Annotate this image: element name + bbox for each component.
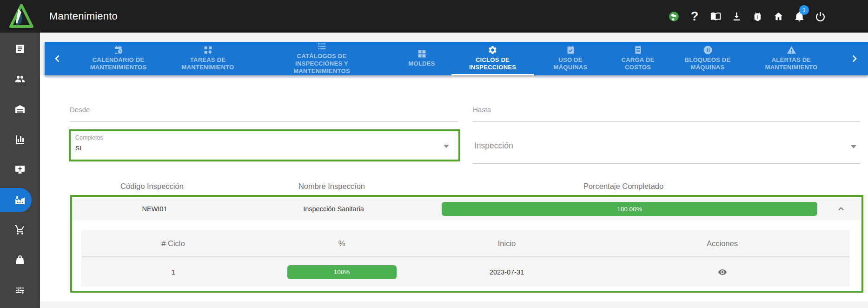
notifications-icon[interactable]: 1: [793, 10, 805, 22]
users-icon: [14, 74, 26, 85]
pause-octagon-icon: [703, 45, 713, 55]
cycle-table-row: 1 100% 2023-07-31: [81, 257, 849, 287]
factory-icon: [14, 194, 26, 206]
eye-icon: [717, 267, 728, 277]
tab-label: MOLDES: [408, 60, 435, 67]
hasta-field-label: Hasta: [473, 106, 491, 114]
cycle-progress-track: 100%: [287, 265, 397, 279]
completos-annotation-box: Completos SI: [69, 129, 460, 161]
tabs-scroll-left-button[interactable]: [45, 42, 71, 75]
cell-inicio: 2023-07-31: [418, 268, 595, 276]
grid-gear-icon: [203, 45, 213, 55]
sidebar-item-users[interactable]: [0, 70, 40, 88]
desde-field-label: Desde: [70, 106, 90, 114]
tab-label: CICLOS DE INSPECCIONES: [463, 56, 523, 71]
header-num-ciclo: # Ciclo: [81, 239, 265, 248]
warehouse-icon: [14, 103, 26, 114]
globe-icon[interactable]: [668, 10, 680, 22]
chevron-left-icon: [53, 54, 62, 63]
tune-icon: [14, 285, 26, 296]
app-window: Mantenimiento ?: [0, 0, 868, 308]
completos-label: Completos: [75, 134, 454, 141]
desde-input[interactable]: [70, 121, 458, 122]
analytics-icon: [14, 134, 26, 145]
chevron-up-icon: [836, 204, 846, 214]
collapse-row-button[interactable]: [821, 204, 861, 214]
cycles-header-row: # Ciclo % Inicio Acciones: [81, 230, 849, 257]
sidebar-item-tune[interactable]: [0, 281, 40, 300]
tab-catalogos-inspecciones[interactable]: CATÁLOGOS DE INSPECCIÓNES Y MANTENIMIENT…: [250, 42, 394, 75]
hasta-input[interactable]: [473, 121, 860, 122]
progress-bar-track: 100.00%: [442, 202, 817, 216]
completos-value: SI: [75, 145, 454, 152]
tab-bloqueos-maquinas[interactable]: BLOQUEOS DE MÁQUINAS: [670, 42, 745, 75]
tab-label: CATÁLOGOS DE INSPECCIÓNES Y MANTENIMIENT…: [286, 53, 358, 75]
machine-monitor-icon: [14, 164, 26, 175]
cell-codigo: NEWI01: [72, 205, 237, 213]
sidebar-item-cart[interactable]: [0, 221, 40, 239]
progress-bar-label: 100.00%: [617, 206, 642, 213]
power-icon[interactable]: [814, 10, 826, 22]
inspeccion-select[interactable]: Inspección: [473, 133, 860, 164]
tabs-scroll-right-button[interactable]: [840, 42, 868, 75]
inspection-table-row[interactable]: NEWI01 Inspección Sanitaria 100.00%: [72, 198, 861, 220]
view-cycle-button[interactable]: [715, 264, 730, 280]
tab-alertas-mantenimiento[interactable]: ALERTAS DE MANTENIMIENTO: [745, 42, 838, 75]
receipt-icon: [633, 45, 643, 55]
sidebar: [0, 33, 40, 308]
header-acciones: Acciones: [595, 239, 849, 248]
header-inicio: Inicio: [418, 239, 595, 248]
book-icon[interactable]: [709, 10, 722, 22]
tab-moldes[interactable]: MOLDES: [394, 42, 450, 75]
completos-select[interactable]: Completos SI: [71, 131, 458, 160]
header-pct: %: [265, 239, 418, 248]
cycle-progress-fill: 100%: [287, 265, 397, 279]
sidebar-item-warehouse[interactable]: [0, 100, 40, 118]
sidebar-item-scale[interactable]: [0, 251, 40, 269]
tab-ciclos-inspecciones[interactable]: CICLOS DE INSPECCIONES: [450, 42, 536, 75]
page-bottom-strip: [40, 301, 868, 308]
cell-ciclo: 1: [81, 268, 265, 276]
bug-icon[interactable]: [751, 10, 763, 22]
header-nombre-inspeccion: Nombre Inspeccíon: [235, 182, 428, 191]
tab-label: ALERTAS DE MANTENIMIENTO: [756, 56, 826, 71]
tab-carga-costos[interactable]: CARGA DE COSTOS: [605, 42, 670, 75]
sidebar-item-machine[interactable]: [0, 160, 40, 179]
module-tabbar: CALENDARIO DE MANTENIMIENTOS TAREAS DE M…: [45, 42, 868, 75]
dropdown-arrow-icon: [444, 145, 449, 148]
inspections-table-header-row: Código Inspección Nombre Inspeccíon Porc…: [69, 178, 865, 194]
list-icon: [317, 41, 327, 51]
topbar-icons: ?: [668, 0, 826, 33]
chevron-right-icon: [849, 54, 859, 63]
tab-label: CARGA DE COSTOS: [616, 56, 660, 71]
article-icon: [14, 43, 26, 54]
cycles-subtable: # Ciclo % Inicio Acciones 1 100% 2023-07…: [81, 230, 849, 287]
header-porcentaje-completado: Porcentaje Completado: [428, 182, 819, 191]
scale-icon: [14, 254, 26, 266]
active-tab-indicator: [451, 74, 534, 75]
sidebar-item-analytics[interactable]: [0, 130, 40, 149]
inspeccion-underline: [473, 163, 860, 164]
cart-icon: [14, 224, 26, 235]
tab-label: CALENDARIO DE MANTENIMIENTOS: [81, 56, 156, 71]
progress-bar-fill: 100.00%: [442, 202, 817, 216]
cell-porcentaje: 100.00%: [430, 202, 821, 216]
sidebar-item-factory-active[interactable]: [0, 191, 40, 209]
cell-pct: 100%: [265, 265, 418, 279]
header-codigo-inspeccion: Código Inspección: [69, 182, 235, 191]
cell-nombre: Inspección Sanitaria: [237, 205, 430, 213]
tab-uso-maquinas[interactable]: USO DE MÁQUINAS: [536, 42, 605, 75]
home-icon[interactable]: [772, 10, 784, 22]
cycle-progress-label: 100%: [334, 268, 350, 275]
help-glyph: ?: [691, 10, 699, 23]
sidebar-item-article[interactable]: [0, 40, 40, 58]
tab-calendario-mantenimientos[interactable]: CALENDARIO DE MANTENIMIENTOS: [71, 42, 166, 75]
app-logo-icon[interactable]: [9, 3, 33, 29]
tab-tareas-mantenimiento[interactable]: TAREAS DE MANTENIMIENTO: [166, 42, 250, 75]
app-title: Mantenimiento: [49, 0, 118, 33]
help-icon[interactable]: ?: [689, 10, 701, 22]
download-icon[interactable]: [730, 10, 742, 22]
grid-icon: [417, 49, 427, 59]
calendar-clock-icon: [113, 45, 123, 55]
notification-badge: 1: [799, 5, 809, 15]
